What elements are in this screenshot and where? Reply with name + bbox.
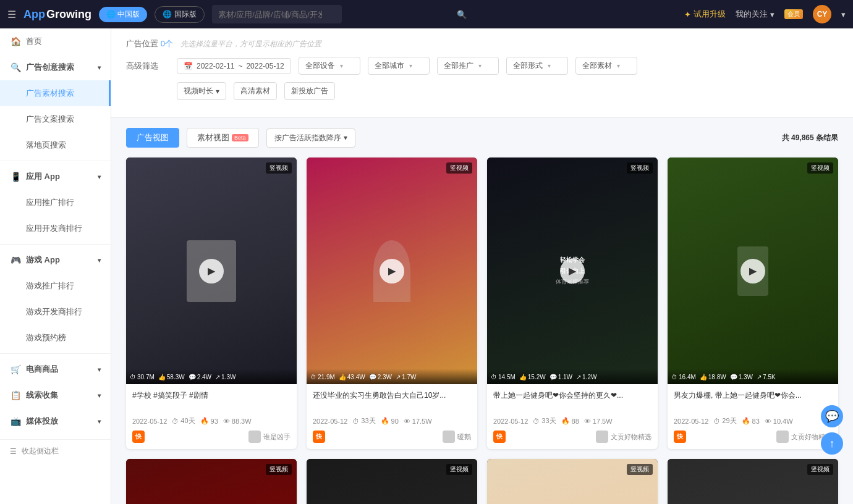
comments-icon: 💬 bbox=[550, 374, 557, 380]
sidebar-item-ecommerce[interactable]: 🛒 电商商品 ▾ bbox=[0, 356, 111, 382]
play-button[interactable]: ▶ bbox=[741, 259, 765, 284]
ad-views-item: 👁 17.5W bbox=[584, 418, 613, 425]
clock-icon: ⏱ bbox=[713, 418, 720, 425]
video-duration-tag[interactable]: 视频时长 ▾ bbox=[177, 82, 226, 100]
eye-icon: 👁 bbox=[765, 418, 771, 425]
shares-value: 1.7W bbox=[402, 374, 416, 380]
material-filter[interactable]: 全部素材 ▾ bbox=[575, 57, 637, 75]
sort-dropdown[interactable]: 按广告活跃指数降序 ▾ bbox=[266, 128, 355, 148]
sidebar-app-rank-label: 应用推广排行 bbox=[26, 197, 74, 208]
device-filter[interactable]: 全部设备 ▾ bbox=[299, 57, 360, 75]
ad-position-label: 广告位置 0个 bbox=[126, 38, 173, 49]
ad-stats: ⏱ 30.7M 👍 58.3W 💬 2.4W ↗ 1.3W bbox=[126, 369, 297, 384]
sidebar-item-game-rank[interactable]: 游戏推广排行 bbox=[0, 273, 111, 299]
beta-badge: Beta bbox=[232, 134, 248, 141]
sidebar-item-app[interactable]: 📱 应用 App ▾ bbox=[0, 164, 111, 190]
promotion-filter[interactable]: 全部推广 ▾ bbox=[437, 57, 499, 75]
shares-value: 7.5K bbox=[763, 374, 776, 380]
sidebar-item-ad-copy[interactable]: 广告文案搜索 bbox=[0, 106, 111, 132]
stat-shares: ↗ 1.3W bbox=[215, 374, 236, 380]
user-avatar[interactable]: CY bbox=[813, 5, 831, 23]
ad-card-7[interactable]: 宠物清口漱口水 Peach flavor 竖视频 ▶ ⏱ 15.6M 👍 12.… bbox=[487, 459, 658, 504]
ad-card-5[interactable]: 竖视频 ▶ ⏱ 1.9M 👍 3.7W 💬 2.1K ↗ 660 bbox=[126, 459, 297, 504]
format-filter[interactable]: 全部形式 ▾ bbox=[506, 57, 568, 75]
eye-icon: 👁 bbox=[223, 418, 230, 425]
tab-material-view[interactable]: 素材视图 Beta bbox=[187, 128, 259, 148]
city-filter[interactable]: 全部城市 ▾ bbox=[368, 57, 430, 75]
sidebar-item-ad-creative[interactable]: 🔍 广告创意搜索 ▾ bbox=[0, 54, 111, 80]
sidebar-item-media[interactable]: 📺 媒体投放 ▾ bbox=[0, 408, 111, 434]
tab-ad-view[interactable]: 广告视图 bbox=[126, 128, 179, 148]
ad-heat-item: 🔥 93 bbox=[200, 417, 218, 425]
sidebar-item-app-dev-rank[interactable]: 应用开发商排行 bbox=[0, 216, 111, 242]
search-icon[interactable]: 🔍 bbox=[457, 10, 467, 19]
trial-upgrade-button[interactable]: ✦ 试用升级 bbox=[684, 9, 726, 20]
sidebar-item-app-rank[interactable]: 应用推广排行 bbox=[0, 190, 111, 216]
clock-icon: ⏱ bbox=[172, 418, 179, 425]
sidebar-item-leads[interactable]: 📋 线索收集 ▾ bbox=[0, 382, 111, 408]
logo[interactable]: AppGrowing bbox=[23, 8, 91, 21]
shares-icon: ↗ bbox=[576, 374, 581, 380]
ad-card-2[interactable]: 竖视频 ▶ ⏱ 21.9M 👍 43.4W 💬 2.3W ↗ 1.7W bbox=[307, 158, 477, 449]
advanced-filter-row: 高级筛选 📅 2022-02-11 ~ 2022-05-12 全部设备 ▾ 全部… bbox=[126, 57, 838, 75]
play-button[interactable]: ▶ bbox=[380, 259, 404, 284]
intl-version-button[interactable]: 🌐 国际版 bbox=[155, 6, 204, 23]
advertiser-name: 文贡好物精选 bbox=[611, 432, 651, 442]
my-follow-button[interactable]: 我的关注 ▾ bbox=[736, 9, 774, 20]
ad-card-6[interactable]: 让人羡慕的工作 竖视频 ▶ ⏱ 16.4M 👍 14.6W 💬 2.4W bbox=[307, 459, 477, 504]
city-dropdown-icon: ▾ bbox=[409, 62, 412, 69]
material-label: 全部素材 bbox=[582, 61, 612, 71]
sidebar-ad-material-label: 广告素材搜索 bbox=[26, 88, 74, 99]
hd-material-tag[interactable]: 高清素材 bbox=[234, 82, 277, 100]
ad-thumbnail: 竖视频 ▶ ⏱ 1.9M 👍 3.7W 💬 2.1K ↗ 660 bbox=[126, 459, 297, 504]
platform-icon-kuaishou: 快 bbox=[313, 430, 325, 443]
upgrade-icon: ✦ bbox=[684, 10, 691, 19]
sidebar-item-game[interactable]: 🎮 游戏 App ▾ bbox=[0, 247, 111, 273]
likes-icon: 👍 bbox=[519, 374, 527, 380]
new-ad-tag[interactable]: 新投放广告 bbox=[284, 82, 335, 100]
scroll-top-button[interactable]: ↑ bbox=[821, 432, 843, 455]
ad-heat-item: 🔥 83 bbox=[742, 417, 760, 425]
ad-title: #学校 #搞笑段子 #剧情 bbox=[132, 390, 291, 411]
ad-heat-item: 🔥 90 bbox=[381, 417, 399, 425]
sidebar-media-label: 媒体投放 bbox=[26, 416, 58, 427]
sidebar-item-landing-page[interactable]: 落地页搜索 bbox=[0, 132, 111, 158]
user-dropdown-icon[interactable]: ▾ bbox=[841, 10, 846, 19]
sidebar-item-home[interactable]: 🏠 首页 bbox=[0, 28, 111, 54]
sidebar-app-dev-rank-label: 应用开发商排行 bbox=[26, 223, 82, 234]
content-area: 广告位置 0个 先选择流量平台，方可显示相应的广告位置 高级筛选 📅 2022-… bbox=[111, 28, 853, 504]
search-input[interactable] bbox=[212, 5, 342, 23]
sidebar-leads-label: 线索收集 bbox=[26, 390, 58, 401]
plays-value: 14.5M bbox=[498, 374, 516, 380]
ad-card-3[interactable]: 轻松学会 引体向上 体育老师推荐 竖视频 ▶ ⏱ 14.5M 👍 15.2W 💬… bbox=[487, 158, 658, 449]
platform-icons: 快 bbox=[313, 430, 325, 443]
ad-heat: 83 bbox=[752, 418, 760, 425]
app-expand-icon: ▾ bbox=[98, 174, 101, 180]
sidebar-item-home-label: 首页 bbox=[26, 36, 42, 47]
fire-icon: 🔥 bbox=[561, 417, 570, 425]
ad-views: 17.5W bbox=[593, 418, 613, 425]
sidebar-item-game-reserve[interactable]: 游戏预约榜 bbox=[0, 325, 111, 351]
sidebar-collapse-button[interactable]: ☰ 收起侧边栏 bbox=[0, 440, 111, 463]
chat-float-button[interactable]: 💬 bbox=[821, 405, 843, 427]
likes-value: 18.8W bbox=[708, 374, 726, 380]
date-range-picker[interactable]: 📅 2022-02-11 ~ 2022-05-12 bbox=[177, 58, 291, 74]
ad-footer: 快 文贡好物精选 bbox=[674, 430, 832, 443]
platform-icon-kuaishou: 快 bbox=[493, 430, 506, 443]
plays-icon: ⏱ bbox=[310, 374, 316, 380]
advertiser-info: 暖鹅 bbox=[443, 430, 471, 443]
play-button[interactable]: ▶ bbox=[560, 259, 585, 284]
cn-version-button[interactable]: 🌐 中国版 bbox=[99, 7, 147, 22]
sidebar-item-ad-material[interactable]: 广告素材搜索 bbox=[0, 80, 111, 106]
likes-icon: 👍 bbox=[700, 374, 707, 380]
fire-icon: 🔥 bbox=[381, 417, 389, 425]
play-button[interactable]: ▶ bbox=[199, 259, 224, 284]
ad-card-8[interactable]: 竖视频 ▶ ⏱ 18.9M 👍 1.9M 💬 12.6W ↗ 6.9W bbox=[668, 459, 838, 504]
likes-icon: 👍 bbox=[158, 374, 166, 380]
ad-meta: 2022-05-12 ⏱ 33天 🔥 88 👁 17.5W bbox=[493, 416, 651, 426]
ad-days-item: ⏱ 29天 bbox=[713, 416, 736, 426]
ad-card-4[interactable]: 竖视频 ▶ ⏱ 16.4M 👍 18.8W 💬 1.3W ↗ 7.5K bbox=[668, 158, 838, 449]
ad-card-1[interactable]: 竖视频 ▶ ⏱ 30.7M 👍 58.3W 💬 2.4W ↗ 1.3W bbox=[126, 158, 297, 449]
sidebar-item-game-dev-rank[interactable]: 游戏开发商排行 bbox=[0, 299, 111, 325]
menu-icon[interactable]: ☰ bbox=[7, 9, 16, 20]
